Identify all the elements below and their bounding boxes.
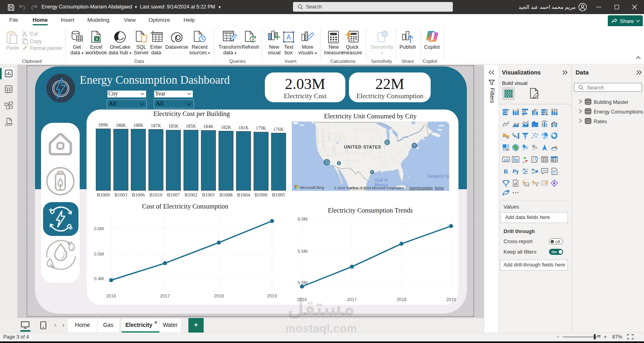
svg-text:B1008: B1008 (219, 192, 232, 198)
svg-text:6.0M: 6.0M (298, 217, 308, 221)
svg-text:B1003: B1003 (114, 192, 127, 198)
svg-text:B1000: B1000 (255, 192, 268, 198)
svg-text:B1009: B1009 (97, 192, 110, 198)
svg-text:Sargasso Sea: Sargasso Sea (427, 174, 449, 178)
svg-text:Gulf of: Gulf of (375, 178, 388, 182)
svg-text:188K: 188K (116, 123, 126, 128)
svg-text:0.6M: 0.6M (94, 226, 104, 231)
svg-text:123: 123 (504, 159, 508, 161)
svg-text:185K: 185K (186, 124, 196, 128)
svg-text:B1010: B1010 (149, 192, 162, 198)
svg-text:182K: 182K (221, 125, 231, 130)
svg-text:0.4M: 0.4M (94, 276, 104, 281)
svg-text:184K: 184K (203, 124, 214, 129)
svg-text:© 2024 TomTom, © 2024 Microsof: © 2024 TomTom, © 2024 Microsoft Corporat… (334, 186, 444, 190)
svg-text:2018: 2018 (214, 293, 224, 298)
svg-text:B1006: B1006 (132, 192, 145, 198)
svg-text:DAX: DAX (5, 124, 11, 126)
svg-text:179K: 179K (256, 126, 266, 130)
svg-text:X: X (95, 37, 99, 41)
svg-text:UNITED STATES: UNITED STATES (344, 145, 381, 149)
svg-text:2019: 2019 (267, 293, 277, 298)
svg-text:B1004: B1004 (237, 192, 250, 198)
svg-text:A: A (287, 34, 291, 41)
svg-text:123: 123 (525, 184, 528, 186)
svg-text:176K: 176K (273, 127, 284, 132)
svg-text:Microsoft Bing: Microsoft Bing (300, 185, 324, 190)
svg-text:B1007: B1007 (167, 192, 180, 198)
svg-text:189K: 189K (98, 122, 109, 127)
svg-text:187K: 187K (151, 123, 161, 128)
svg-text:181K: 181K (238, 125, 249, 130)
svg-text:0.5M: 0.5M (94, 252, 104, 256)
svg-text:5.5M: 5.5M (298, 249, 308, 254)
svg-text:2019: 2019 (446, 297, 456, 302)
svg-text:2018: 2018 (396, 297, 406, 302)
svg-text:R: R (504, 168, 508, 175)
svg-text:Py: Py (513, 169, 519, 174)
svg-text:185K: 185K (168, 124, 179, 128)
svg-text:B1001: B1001 (202, 192, 215, 198)
svg-text:2017: 2017 (160, 293, 170, 298)
svg-text:188K: 188K (133, 123, 144, 128)
svg-text:B1002: B1002 (184, 192, 197, 198)
svg-text:2016: 2016 (106, 293, 116, 298)
svg-text:B1005: B1005 (272, 192, 285, 198)
